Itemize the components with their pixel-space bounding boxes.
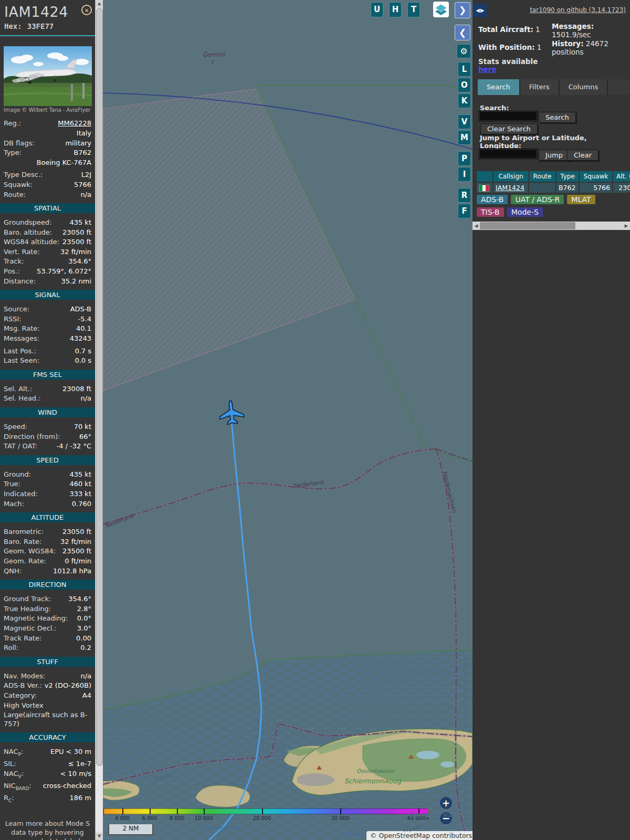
callsign-cell[interactable]: IAM1424 (496, 184, 524, 192)
tab-filters[interactable]: Filters (520, 79, 559, 95)
data-value: 333 kt (69, 489, 91, 499)
map-button-m[interactable]: M (458, 130, 471, 145)
legend-adsb[interactable]: ADS-B (477, 195, 508, 204)
data-value: cross-checked (43, 781, 91, 793)
data-label: Baro. Rate: (4, 537, 41, 547)
aircraft-data-row: Messages:43243 (4, 334, 91, 344)
data-label: True: (4, 479, 20, 489)
map-letter-buttons: LOKVMPIRF (458, 62, 471, 225)
close-button[interactable]: ✕ (81, 5, 92, 15)
panel-expand-button[interactable]: ❯ (455, 2, 470, 18)
data-label: NACV: (4, 769, 24, 781)
data-label: Ground Track: (4, 594, 51, 604)
aircraft-data-row: Source:ADS-B (4, 304, 91, 314)
aircraft-row[interactable]: IAM1424B762576623050 (477, 183, 630, 193)
stats-here-link[interactable]: here (478, 65, 497, 74)
data-label: RSSI: (4, 314, 22, 324)
column-header-callsign[interactable]: Callsign (494, 171, 528, 182)
data-value: EPU < 30 m (50, 747, 91, 759)
hex-value: 33FE77 (27, 22, 54, 30)
aircraft-data-row: DB flags:military (4, 139, 91, 149)
aircraft-data-row: Ground Track:354.6° (4, 594, 91, 604)
vertical-scrollbar[interactable]: ▲ ▼ (95, 0, 103, 840)
map-button-i[interactable]: I (458, 167, 471, 182)
search-button[interactable]: Search (539, 112, 576, 123)
column-header-type[interactable]: Type (556, 171, 579, 182)
jump-label: Jump to Airport or Latitude, Longitude: (480, 134, 612, 150)
minus-icon: − (442, 813, 450, 824)
column-header-flag[interactable] (477, 171, 492, 182)
data-label: Source: (4, 304, 29, 314)
layer-select-button[interactable] (433, 2, 449, 17)
github-link[interactable]: tar1090 on github (3.14.1723) (530, 6, 626, 14)
map-button-v[interactable]: V (458, 114, 471, 129)
stats-available-label: Stats available (478, 57, 538, 66)
column-header-route[interactable]: Route (529, 171, 555, 182)
aircraft-data-row: Reg.:MM62228 (4, 119, 91, 129)
aircraft-data-row: Roll:0.2 (4, 643, 91, 653)
hscrollbar-thumb[interactable] (480, 222, 575, 229)
map-button-o[interactable]: O (458, 78, 471, 92)
search-input[interactable] (479, 111, 537, 121)
data-value: 43243 (70, 334, 91, 344)
map-button-f[interactable]: F (458, 204, 471, 218)
legend-tisb[interactable]: TIS-B (477, 207, 504, 217)
zoom-out-button[interactable]: − (439, 812, 453, 825)
scroll-up-icon[interactable]: ▲ (96, 0, 103, 7)
horizontal-scrollbar[interactable]: ◀ ▶ (472, 222, 630, 230)
info-header: IAM1424 ✕ Hex:33FE77 (0, 0, 95, 30)
aircraft-data-row: True:460 kt (4, 479, 91, 489)
scrollbar-thumb[interactable] (96, 8, 103, 766)
data-value: ≤ 1e-7 (68, 759, 91, 769)
map-button-p[interactable]: P (458, 151, 471, 166)
tab-strip-filler (608, 79, 630, 95)
chevron-right-icon: ❯ (459, 5, 466, 15)
map-button-r[interactable]: R (458, 188, 471, 203)
aircraft-data-row: Type Desc.:L2J (4, 170, 91, 180)
panel-toggle-button[interactable]: ◀▶ (473, 4, 488, 17)
map-button-t[interactable]: T (407, 2, 420, 17)
column-header-altft[interactable]: Alt. (ft) (613, 171, 630, 182)
data-value: n/a (80, 671, 91, 681)
zoom-in-button[interactable]: + (439, 796, 453, 810)
aircraft-data-row: NACP:EPU < 30 m (4, 747, 91, 759)
column-header-squawk[interactable]: Squawk (580, 171, 612, 182)
aircraft-photo[interactable] (4, 46, 92, 106)
map-button-h[interactable]: H (389, 2, 402, 17)
data-label: Squawk: (4, 180, 33, 190)
settings-button[interactable]: ⚙ (457, 44, 471, 58)
altitude-tick (177, 808, 178, 814)
clear-search-button[interactable]: Clear Search (480, 123, 538, 134)
altitude-tick (122, 808, 123, 814)
map-button-k[interactable]: K (458, 93, 471, 108)
jump-button[interactable]: Jump (539, 150, 570, 161)
data-value: 23008 ft (62, 384, 91, 394)
aircraft-data-row: NICBARO:cross-checked (4, 781, 91, 793)
map-button-l[interactable]: L (458, 62, 471, 77)
map-canvas[interactable]: UHT ❯ ❮ ⚙ LOKVMPIRF + − 4 0006 0008 0001… (103, 0, 472, 840)
tab-search[interactable]: Search (478, 79, 519, 95)
aircraft-data-row: Distance:35.2 nmi (4, 277, 91, 287)
aircraft-data-row: Sel. Head.:n/a (4, 394, 91, 404)
map-attribution[interactable]: © OpenStreetMap contributors. (366, 831, 472, 840)
map-button-u[interactable]: U (371, 2, 383, 17)
legend-uatadsr[interactable]: UAT / ADS-R (511, 195, 564, 204)
data-label: Geom. Rate: (4, 556, 46, 566)
scroll-down-icon[interactable]: ▼ (96, 833, 103, 840)
data-label: Direction (from): (4, 432, 60, 442)
tab-columns[interactable]: Columns (560, 79, 607, 95)
data-label: Pos.: (4, 267, 20, 277)
scroll-left-icon[interactable]: ◀ (472, 222, 480, 230)
panel-collapse-button[interactable]: ❮ (455, 25, 470, 40)
scroll-right-icon[interactable]: ▶ (623, 222, 630, 230)
legend-modes[interactable]: Mode-S (507, 207, 543, 217)
jump-input[interactable] (479, 149, 537, 159)
aircraft-data-row: Msg. Rate:40.1 (4, 324, 91, 334)
legend-mlat[interactable]: MLAT (567, 195, 595, 204)
data-label: Distance: (4, 277, 36, 287)
section-header-signal: SIGNAL (0, 290, 95, 300)
with-position-stat: With Position: 1 (478, 43, 541, 51)
jump-clear-button[interactable]: Clear (567, 150, 598, 161)
altitude-tick-label: 20 000 (253, 815, 271, 821)
registration-link[interactable]: MM62228 (58, 119, 91, 129)
